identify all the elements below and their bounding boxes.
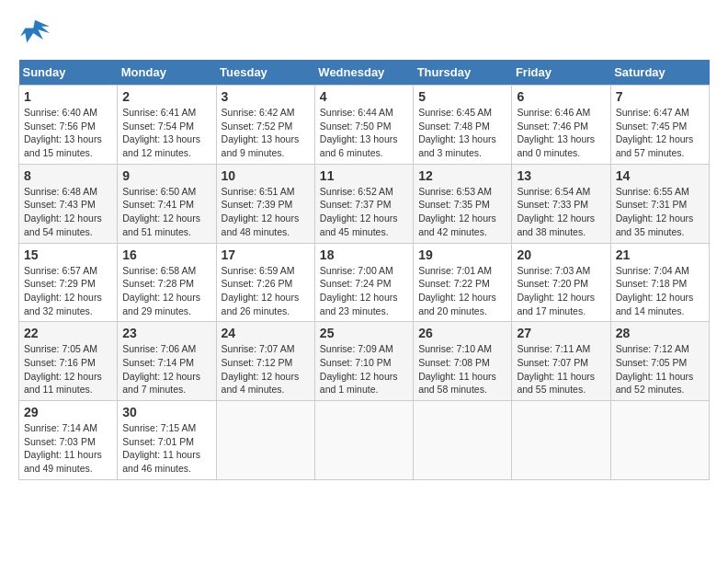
calendar-cell: 17Sunrise: 6:59 AM Sunset: 7:26 PM Dayli… — [216, 243, 314, 322]
col-header-wednesday: Wednesday — [314, 60, 413, 86]
day-number: 12 — [418, 168, 506, 183]
calendar-week-row: 15Sunrise: 6:57 AM Sunset: 7:29 PM Dayli… — [19, 243, 710, 322]
day-number: 10 — [222, 168, 310, 183]
calendar-cell: 15Sunrise: 6:57 AM Sunset: 7:29 PM Dayli… — [19, 243, 118, 322]
calendar-cell: 1Sunrise: 6:40 AM Sunset: 7:56 PM Daylig… — [19, 86, 118, 165]
calendar-cell: 24Sunrise: 7:07 AM Sunset: 7:12 PM Dayli… — [216, 322, 314, 401]
col-header-friday: Friday — [512, 60, 610, 86]
calendar-week-row: 22Sunrise: 7:05 AM Sunset: 7:16 PM Dayli… — [19, 322, 710, 401]
day-info: Sunrise: 6:48 AM Sunset: 7:43 PM Dayligh… — [24, 185, 112, 239]
day-info: Sunrise: 6:50 AM Sunset: 7:41 PM Dayligh… — [122, 185, 210, 239]
col-header-monday: Monday — [118, 60, 216, 86]
calendar-cell: 18Sunrise: 7:00 AM Sunset: 7:24 PM Dayli… — [314, 243, 413, 322]
calendar-cell: 29Sunrise: 7:14 AM Sunset: 7:03 PM Dayli… — [19, 401, 118, 480]
col-header-saturday: Saturday — [610, 60, 709, 86]
day-info: Sunrise: 7:06 AM Sunset: 7:14 PM Dayligh… — [122, 342, 210, 396]
day-info: Sunrise: 7:14 AM Sunset: 7:03 PM Dayligh… — [24, 421, 112, 476]
day-info: Sunrise: 7:00 AM Sunset: 7:24 PM Dayligh… — [320, 264, 408, 318]
day-number: 29 — [24, 405, 112, 419]
day-number: 18 — [320, 247, 408, 262]
logo — [18, 18, 55, 46]
day-number: 2 — [122, 89, 210, 104]
calendar-cell: 27Sunrise: 7:11 AM Sunset: 7:07 PM Dayli… — [512, 322, 610, 401]
day-number: 8 — [24, 168, 112, 183]
day-info: Sunrise: 7:01 AM Sunset: 7:22 PM Dayligh… — [418, 264, 506, 318]
day-info: Sunrise: 6:58 AM Sunset: 7:28 PM Dayligh… — [122, 264, 210, 318]
day-info: Sunrise: 6:54 AM Sunset: 7:33 PM Dayligh… — [517, 185, 605, 239]
day-number: 22 — [24, 326, 112, 340]
calendar-cell: 4Sunrise: 6:44 AM Sunset: 7:50 PM Daylig… — [314, 86, 413, 165]
day-number: 24 — [222, 326, 310, 340]
day-info: Sunrise: 6:47 AM Sunset: 7:45 PM Dayligh… — [616, 106, 704, 160]
svg-marker-0 — [20, 20, 50, 43]
day-info: Sunrise: 7:10 AM Sunset: 7:08 PM Dayligh… — [418, 342, 506, 396]
day-info: Sunrise: 7:12 AM Sunset: 7:05 PM Dayligh… — [616, 342, 704, 396]
day-info: Sunrise: 6:57 AM Sunset: 7:29 PM Dayligh… — [24, 264, 112, 318]
day-number: 19 — [418, 247, 506, 262]
col-header-tuesday: Tuesday — [216, 60, 314, 86]
day-info: Sunrise: 6:55 AM Sunset: 7:31 PM Dayligh… — [616, 185, 704, 239]
page-header — [18, 18, 710, 46]
day-number: 3 — [222, 89, 310, 104]
day-number: 26 — [418, 326, 506, 340]
day-info: Sunrise: 7:03 AM Sunset: 7:20 PM Dayligh… — [517, 264, 605, 318]
calendar-cell: 10Sunrise: 6:51 AM Sunset: 7:39 PM Dayli… — [216, 164, 314, 243]
day-info: Sunrise: 7:09 AM Sunset: 7:10 PM Dayligh… — [320, 342, 408, 396]
calendar-cell: 3Sunrise: 6:42 AM Sunset: 7:52 PM Daylig… — [216, 86, 314, 165]
day-number: 30 — [122, 405, 210, 419]
calendar-cell: 9Sunrise: 6:50 AM Sunset: 7:41 PM Daylig… — [118, 164, 216, 243]
day-number: 16 — [122, 247, 210, 262]
day-number: 11 — [320, 168, 408, 183]
calendar-cell: 6Sunrise: 6:46 AM Sunset: 7:46 PM Daylig… — [512, 86, 610, 165]
calendar-cell: 26Sunrise: 7:10 AM Sunset: 7:08 PM Dayli… — [414, 322, 512, 401]
day-number: 20 — [517, 247, 605, 262]
calendar-cell: 12Sunrise: 6:53 AM Sunset: 7:35 PM Dayli… — [414, 164, 512, 243]
calendar-cell: 13Sunrise: 6:54 AM Sunset: 7:33 PM Dayli… — [512, 164, 610, 243]
day-info: Sunrise: 6:42 AM Sunset: 7:52 PM Dayligh… — [222, 106, 310, 160]
calendar-week-row: 8Sunrise: 6:48 AM Sunset: 7:43 PM Daylig… — [19, 164, 710, 243]
day-info: Sunrise: 6:51 AM Sunset: 7:39 PM Dayligh… — [222, 185, 310, 239]
day-info: Sunrise: 6:41 AM Sunset: 7:54 PM Dayligh… — [122, 106, 210, 160]
day-number: 5 — [418, 89, 506, 104]
day-number: 27 — [517, 326, 605, 340]
calendar-cell: 21Sunrise: 7:04 AM Sunset: 7:18 PM Dayli… — [610, 243, 709, 322]
day-number: 21 — [616, 247, 704, 262]
day-info: Sunrise: 7:15 AM Sunset: 7:01 PM Dayligh… — [122, 421, 210, 476]
calendar-cell: 30Sunrise: 7:15 AM Sunset: 7:01 PM Dayli… — [118, 401, 216, 480]
calendar-cell — [610, 401, 709, 480]
day-number: 17 — [222, 247, 310, 262]
calendar-table: SundayMondayTuesdayWednesdayThursdayFrid… — [18, 60, 710, 480]
day-info: Sunrise: 7:05 AM Sunset: 7:16 PM Dayligh… — [24, 342, 112, 396]
day-info: Sunrise: 6:45 AM Sunset: 7:48 PM Dayligh… — [418, 106, 506, 160]
calendar-cell: 11Sunrise: 6:52 AM Sunset: 7:37 PM Dayli… — [314, 164, 413, 243]
day-info: Sunrise: 7:07 AM Sunset: 7:12 PM Dayligh… — [222, 342, 310, 396]
day-number: 23 — [122, 326, 210, 340]
day-info: Sunrise: 6:40 AM Sunset: 7:56 PM Dayligh… — [24, 106, 112, 160]
calendar-cell: 25Sunrise: 7:09 AM Sunset: 7:10 PM Dayli… — [314, 322, 413, 401]
day-number: 13 — [517, 168, 605, 183]
day-number: 7 — [616, 89, 704, 104]
calendar-cell: 22Sunrise: 7:05 AM Sunset: 7:16 PM Dayli… — [19, 322, 118, 401]
day-number: 9 — [122, 168, 210, 183]
calendar-cell: 23Sunrise: 7:06 AM Sunset: 7:14 PM Dayli… — [118, 322, 216, 401]
calendar-cell — [216, 401, 314, 480]
day-number: 1 — [24, 89, 112, 104]
calendar-week-row: 1Sunrise: 6:40 AM Sunset: 7:56 PM Daylig… — [19, 86, 710, 165]
day-info: Sunrise: 6:52 AM Sunset: 7:37 PM Dayligh… — [320, 185, 408, 239]
calendar-cell: 16Sunrise: 6:58 AM Sunset: 7:28 PM Dayli… — [118, 243, 216, 322]
day-info: Sunrise: 6:53 AM Sunset: 7:35 PM Dayligh… — [418, 185, 506, 239]
day-number: 14 — [616, 168, 704, 183]
col-header-thursday: Thursday — [414, 60, 512, 86]
day-info: Sunrise: 6:44 AM Sunset: 7:50 PM Dayligh… — [320, 106, 408, 160]
calendar-cell — [414, 401, 512, 480]
logo-icon — [18, 18, 51, 46]
day-number: 6 — [517, 89, 605, 104]
day-info: Sunrise: 6:46 AM Sunset: 7:46 PM Dayligh… — [517, 106, 605, 160]
day-number: 4 — [320, 89, 408, 104]
calendar-cell: 19Sunrise: 7:01 AM Sunset: 7:22 PM Dayli… — [414, 243, 512, 322]
calendar-cell: 2Sunrise: 6:41 AM Sunset: 7:54 PM Daylig… — [118, 86, 216, 165]
calendar-cell: 28Sunrise: 7:12 AM Sunset: 7:05 PM Dayli… — [610, 322, 709, 401]
calendar-cell: 8Sunrise: 6:48 AM Sunset: 7:43 PM Daylig… — [19, 164, 118, 243]
calendar-header-row: SundayMondayTuesdayWednesdayThursdayFrid… — [19, 60, 710, 86]
day-number: 15 — [24, 247, 112, 262]
